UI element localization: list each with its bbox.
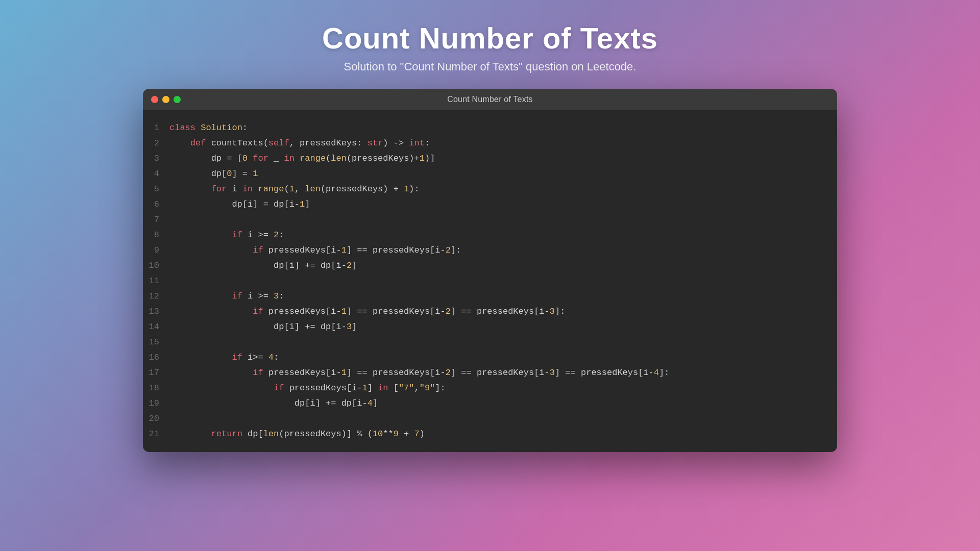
code-line: 1 class Solution: [143,120,837,136]
code-line: 18 if pressedKeys[i-1] in ["7","9"]: [143,381,837,396]
code-line: 2 def countTexts(self, pressedKeys: str)… [143,136,837,151]
window-titlebar: Count Number of Texts [143,89,837,110]
traffic-light-yellow[interactable] [162,96,169,103]
code-line: 14 dp[i] += dp[i-3] [143,319,837,335]
code-line: 20 [143,411,837,427]
main-title: Count Number of Texts [322,20,658,56]
traffic-light-red[interactable] [151,96,158,103]
code-line: 9 if pressedKeys[i-1] == pressedKeys[i-2… [143,243,837,258]
window-title: Count Number of Texts [447,95,533,104]
code-line: 19 dp[i] += dp[i-4] [143,396,837,411]
code-window: Count Number of Texts 1 class Solution: … [143,89,837,452]
code-line: 17 if pressedKeys[i-1] == pressedKeys[i-… [143,365,837,381]
code-line: 11 [143,273,837,289]
code-line: 16 if i>= 4: [143,350,837,365]
code-line: 4 dp[0] = 1 [143,166,837,182]
code-area: 1 class Solution: 2 def countTexts(self,… [143,110,837,452]
code-line: 5 for i in range(1, len(pressedKeys) + 1… [143,182,837,197]
code-line: 15 [143,335,837,350]
code-line: 7 [143,212,837,228]
code-line: 6 dp[i] = dp[i-1] [143,197,837,212]
code-line: 13 if pressedKeys[i-1] == pressedKeys[i-… [143,304,837,319]
code-line: 21 return dp[len(pressedKeys)] % (10**9 … [143,427,837,442]
page-header: Count Number of Texts Solution to "Count… [322,20,658,73]
subtitle: Solution to "Count Number of Texts" ques… [322,60,658,73]
traffic-light-green[interactable] [174,96,181,103]
code-line: 10 dp[i] += dp[i-2] [143,258,837,273]
traffic-lights [151,96,181,103]
code-line: 8 if i >= 2: [143,228,837,243]
code-line: 3 dp = [0 for _ in range(len(pressedKeys… [143,151,837,166]
code-line: 12 if i >= 3: [143,289,837,304]
